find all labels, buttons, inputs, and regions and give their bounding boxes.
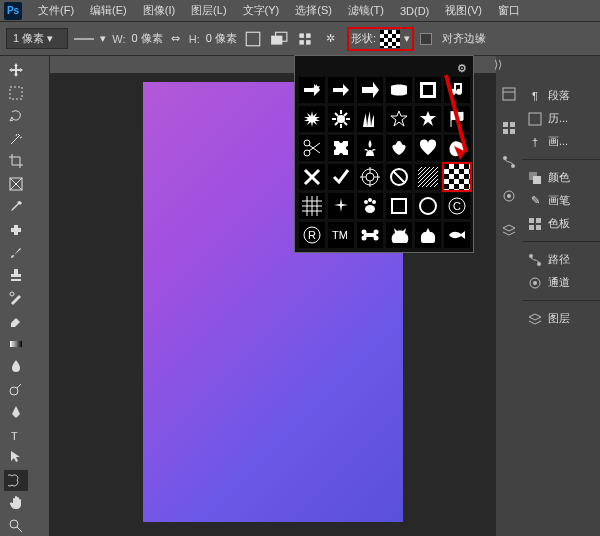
gear-icon[interactable]: ✲ (321, 29, 341, 49)
shape-tm[interactable]: TM (328, 222, 354, 248)
shape-square-outline[interactable] (386, 193, 412, 219)
shape-fleur[interactable] (357, 135, 383, 161)
shape-banner[interactable] (386, 77, 412, 103)
menu-layer[interactable]: 图层(L) (183, 3, 234, 18)
shape-paw[interactable] (357, 193, 383, 219)
shape-flag[interactable] (444, 106, 470, 132)
shape-registered[interactable]: R (299, 222, 325, 248)
menu-type[interactable]: 文字(Y) (235, 3, 288, 18)
shape-cat[interactable] (386, 222, 412, 248)
shape-music[interactable] (444, 77, 470, 103)
path-align-icon[interactable] (243, 29, 263, 49)
menu-file[interactable]: 文件(F) (30, 3, 82, 18)
panel-color[interactable]: 颜色 (522, 159, 600, 189)
collapse-panels-icon[interactable]: ⟩⟩ (494, 58, 502, 71)
path-select-tool[interactable] (4, 447, 28, 468)
ruler-vertical[interactable] (32, 56, 50, 536)
pen-tool[interactable] (4, 401, 28, 422)
blur-tool[interactable] (4, 356, 28, 377)
shape-circle-outline[interactable] (415, 193, 441, 219)
hand-tool[interactable] (4, 493, 28, 514)
shape-swatch[interactable] (380, 30, 400, 48)
menu-view[interactable]: 视图(V) (437, 3, 490, 18)
path-arrange-icon[interactable] (269, 29, 289, 49)
menu-image[interactable]: 图像(I) (135, 3, 183, 18)
panel-history[interactable]: 历... (522, 107, 600, 130)
shape-arrow2[interactable] (328, 77, 354, 103)
eraser-tool[interactable] (4, 310, 28, 331)
shape-star-outline[interactable] (386, 106, 412, 132)
menu-3d[interactable]: 3D(D) (392, 5, 437, 17)
shape-sparkle[interactable] (328, 193, 354, 219)
stroke-style-swatch[interactable] (74, 38, 94, 40)
dodge-tool[interactable] (4, 379, 28, 400)
shape-grass[interactable] (357, 106, 383, 132)
panel-layers[interactable]: 图层 (522, 300, 600, 330)
shape-arrow3[interactable] (357, 77, 383, 103)
zoom-tool[interactable] (4, 515, 28, 536)
svg-point-46 (372, 200, 376, 204)
path-options-icon[interactable] (295, 29, 315, 49)
svg-rect-27 (533, 176, 541, 184)
panel-swatches[interactable]: 色板 (522, 212, 600, 235)
type-tool[interactable]: T (4, 424, 28, 445)
heal-tool[interactable] (4, 219, 28, 240)
custom-shape-tool[interactable] (4, 470, 28, 491)
panel-paragraph[interactable]: ¶段落 (522, 84, 600, 107)
app-logo: Ps (4, 2, 22, 20)
shape-scissors[interactable] (299, 135, 325, 161)
shape-star-solid[interactable] (415, 106, 441, 132)
move-tool[interactable] (4, 60, 28, 81)
shape-blob[interactable] (444, 135, 470, 161)
magic-wand-tool[interactable] (4, 128, 28, 149)
frame-tool[interactable] (4, 174, 28, 195)
shape-arrow1[interactable] (299, 77, 325, 103)
stroke-width-select[interactable]: 1 像素 ▾ (6, 28, 68, 49)
shape-x[interactable] (299, 164, 325, 190)
layers-panel-icon[interactable] (501, 222, 517, 238)
shape-bone[interactable] (357, 222, 383, 248)
panel-channels[interactable]: 通道 (522, 271, 600, 294)
shape-nosign[interactable] (386, 164, 412, 190)
marquee-tool[interactable] (4, 83, 28, 104)
shape-check[interactable] (328, 164, 354, 190)
shape-heart[interactable] (415, 135, 441, 161)
panel-brush-presets[interactable]: †画... (522, 130, 600, 153)
channels-panel-icon[interactable] (501, 188, 517, 204)
crop-tool[interactable] (4, 151, 28, 172)
history-panel-icon[interactable] (501, 86, 517, 102)
gradient-tool[interactable] (4, 333, 28, 354)
custom-shapes-popup: ⚙ C R TM (294, 55, 474, 253)
width-value[interactable]: 0 像素 (132, 31, 163, 46)
svg-text:C: C (453, 200, 461, 212)
panel-brushes[interactable]: ✎画笔 (522, 189, 600, 212)
align-edges-checkbox[interactable] (420, 33, 432, 45)
stamp-tool[interactable] (4, 265, 28, 286)
shape-target[interactable] (357, 164, 383, 190)
shape-copyright[interactable]: C (444, 193, 470, 219)
shape-dog[interactable] (415, 222, 441, 248)
menu-filter[interactable]: 滤镜(T) (340, 3, 392, 18)
lasso-tool[interactable] (4, 106, 28, 127)
menu-edit[interactable]: 编辑(E) (82, 3, 135, 18)
height-value[interactable]: 0 像素 (206, 31, 237, 46)
link-icon[interactable]: ⇔ (169, 32, 183, 46)
eyedropper-tool[interactable] (4, 197, 28, 218)
menu-window[interactable]: 窗口 (490, 3, 528, 18)
shape-puzzle[interactable] (328, 135, 354, 161)
menu-select[interactable]: 选择(S) (287, 3, 340, 18)
paths-panel-icon[interactable] (501, 154, 517, 170)
history-brush-tool[interactable] (4, 288, 28, 309)
shape-burst2[interactable] (328, 106, 354, 132)
shape-checker[interactable] (444, 164, 470, 190)
shape-burst1[interactable] (299, 106, 325, 132)
shape-grid[interactable] (299, 193, 325, 219)
shape-frame[interactable] (415, 77, 441, 103)
brush-tool[interactable] (4, 242, 28, 263)
shape-ornament[interactable] (386, 135, 412, 161)
swatches-panel-icon[interactable] (501, 120, 517, 136)
shape-fish[interactable] (444, 222, 470, 248)
popup-gear-icon[interactable]: ⚙ (457, 62, 467, 75)
shape-hatch[interactable] (415, 164, 441, 190)
panel-paths[interactable]: 路径 (522, 241, 600, 271)
